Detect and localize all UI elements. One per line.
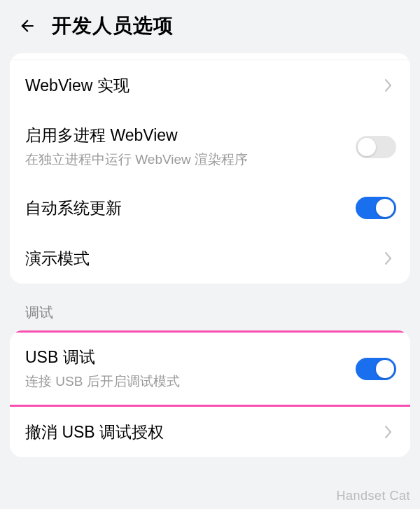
- back-button[interactable]: [17, 15, 38, 36]
- row-revoke-usb-auth[interactable]: 撤消 USB 调试授权: [10, 407, 410, 457]
- row-usb-debugging[interactable]: USB 调试 连接 USB 后开启调试模式: [10, 330, 410, 407]
- arrow-left-icon: [18, 17, 36, 35]
- toggle-knob: [376, 199, 394, 217]
- row-label: 撤消 USB 调试授权: [25, 421, 381, 443]
- settings-group-1: WebView 实现 启用多进程 WebView 在独立进程中运行 WebVie…: [10, 53, 410, 284]
- toggle-auto-update[interactable]: [356, 197, 396, 219]
- watermark-text: Handset Cat: [336, 489, 410, 503]
- row-label: 启用多进程 WebView: [25, 125, 356, 146]
- toggle-knob: [358, 138, 376, 156]
- row-sublabel: 在独立进程中运行 WebView 渲染程序: [25, 151, 356, 169]
- row-label: USB 调试: [25, 347, 356, 368]
- row-webview-impl[interactable]: WebView 实现: [10, 60, 410, 111]
- chevron-right-icon: [381, 424, 396, 440]
- chevron-right-icon: [381, 78, 396, 93]
- page-title: 开发人员选项: [52, 13, 174, 39]
- toggle-multiprocess[interactable]: [356, 136, 396, 158]
- row-sublabel: 连接 USB 后开启调试模式: [25, 372, 356, 391]
- row-auto-system-update[interactable]: 自动系统更新: [10, 183, 410, 233]
- row-label: WebView 实现: [25, 75, 381, 97]
- row-label: 演示模式: [25, 248, 381, 270]
- header-bar: 开发人员选项: [0, 0, 420, 53]
- row-demo-mode[interactable]: 演示模式: [10, 233, 410, 284]
- section-header-debug: 调试: [0, 284, 420, 330]
- toggle-knob: [376, 360, 394, 378]
- chevron-right-icon: [381, 251, 396, 266]
- row-multiprocess-webview[interactable]: 启用多进程 WebView 在独立进程中运行 WebView 渲染程序: [10, 111, 410, 183]
- settings-group-2: USB 调试 连接 USB 后开启调试模式 撤消 USB 调试授权: [10, 330, 410, 457]
- row-label: 自动系统更新: [25, 197, 356, 219]
- toggle-usb-debug[interactable]: [356, 358, 396, 380]
